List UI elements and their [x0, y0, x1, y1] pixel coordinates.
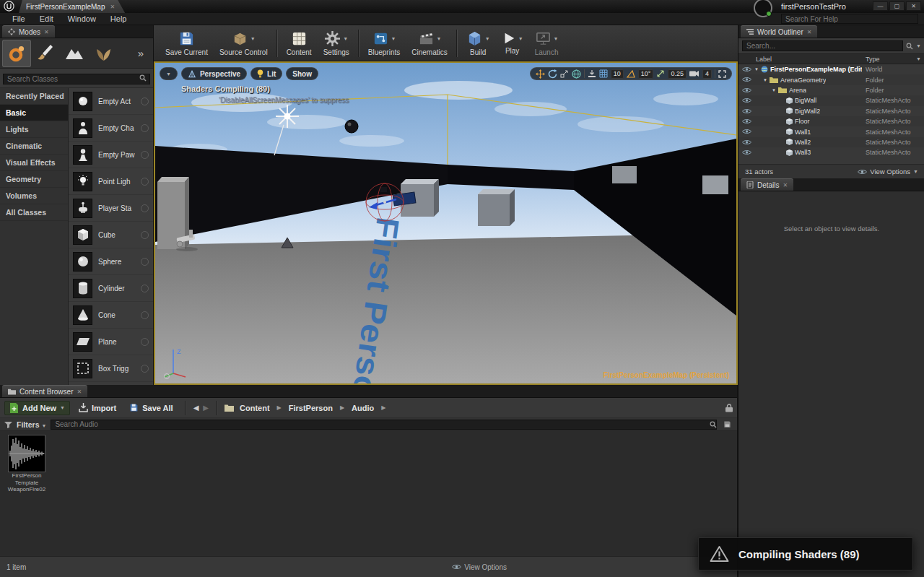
level-tab[interactable]: FirstPersonExampleMap ✕ — [19, 0, 125, 13]
camera-speed-icon[interactable] — [689, 70, 699, 77]
viewport-scene[interactable]: First Person — [155, 63, 736, 383]
place-item-player-start[interactable]: Player Sta — [69, 195, 153, 222]
tab-details[interactable]: Details ✕ — [741, 178, 793, 191]
outliner-row-bigwall2[interactable]: BigWall2 StaticMeshActo — [738, 106, 924, 116]
outliner-row-wall3[interactable]: Wall3 StaticMeshActo — [738, 147, 924, 157]
rotate-tool-icon[interactable] — [548, 69, 557, 79]
cinematics-button[interactable]: ▼ Cinematics — [406, 27, 453, 60]
tab-content-browser[interactable]: Content Browser ✕ — [2, 385, 87, 397]
lock-icon[interactable] — [725, 404, 733, 412]
save-current-button[interactable]: Save Current — [160, 27, 214, 60]
outliner-row-wall1[interactable]: Wall1 StaticMeshActo — [738, 126, 924, 136]
outliner-view-options-button[interactable]: View Options ▼ — [858, 168, 918, 175]
outliner-row-floor[interactable]: Floor StaticMeshActo — [738, 116, 924, 126]
place-item-plane[interactable]: Plane — [69, 329, 153, 355]
expand-icon[interactable]: ▼ — [772, 88, 776, 92]
account-status-icon[interactable] — [754, 0, 772, 17]
category-recently-placed[interactable]: Recently Placed — [0, 88, 68, 105]
outliner-row-wall2[interactable]: Wall2 StaticMeshActo — [738, 137, 924, 147]
mode-paint-button[interactable] — [31, 40, 60, 67]
outliner-row-bigwall[interactable]: BigWall StaticMeshActo — [738, 95, 924, 105]
compiling-shaders-toast[interactable]: Compiling Shaders (89) — [698, 537, 913, 571]
tab-world-outliner[interactable]: World Outliner ✕ — [741, 25, 817, 38]
grid-snap-value[interactable]: 10 — [611, 69, 624, 79]
filters-button[interactable]: Filters ▼ — [17, 420, 46, 429]
expand-icon[interactable]: ▼ — [754, 67, 759, 71]
menu-help[interactable]: Help — [104, 14, 134, 23]
asset-grid[interactable]: FirstPerson Template WeaponFire02 — [0, 431, 737, 557]
maximize-icon[interactable]: ▢ — [889, 1, 905, 11]
category-basic[interactable]: Basic — [0, 105, 68, 121]
add-new-button[interactable]: Add New▼ — [4, 401, 70, 415]
category-cinematic[interactable]: Cinematic — [0, 138, 68, 155]
build-button[interactable]: ▼ Build — [461, 27, 496, 60]
play-button[interactable]: ▼ Play — [496, 27, 529, 60]
place-item-cylinder[interactable]: Cylinder — [69, 275, 153, 302]
menu-file[interactable]: File — [6, 14, 32, 23]
translate-tool-icon[interactable] — [536, 69, 545, 79]
category-all-classes[interactable]: All Classes — [0, 204, 68, 221]
sphere-sprite[interactable] — [345, 120, 358, 133]
tab-modes[interactable]: Modes ✕ — [2, 25, 55, 38]
mode-place-button[interactable] — [2, 40, 31, 67]
outliner-row-arena[interactable]: ▼Arena Folder — [738, 85, 924, 95]
category-visual-effects[interactable]: Visual Effects — [0, 155, 68, 171]
close-icon[interactable]: ✕ — [110, 4, 115, 10]
close-icon[interactable]: ✕ — [807, 29, 812, 35]
breadcrumb-content[interactable]: Content — [238, 404, 271, 412]
outliner-column-header[interactable]: Label Type ▼ — [738, 53, 924, 64]
show-menu-button[interactable]: Show — [286, 67, 318, 80]
rotation-snap-value[interactable]: 10° — [638, 69, 654, 79]
perspective-button[interactable]: Perspective — [181, 67, 247, 80]
settings-button[interactable]: ▼ Settings — [318, 27, 355, 60]
close-icon[interactable]: ✕ — [44, 29, 49, 35]
eye-icon[interactable] — [742, 149, 751, 155]
place-item-empty-character[interactable]: Empty Cha — [69, 115, 153, 142]
viewport[interactable]: First Person — [154, 61, 738, 385]
scale-snap-icon[interactable] — [656, 69, 665, 78]
place-item-cube[interactable]: Cube — [69, 222, 153, 248]
place-item-empty-pawn[interactable]: Empty Paw — [69, 142, 153, 168]
breadcrumb-firstperson[interactable]: FirstPerson — [287, 404, 334, 412]
outliner-row-world[interactable]: ▼FirstPersonExampleMap (Edit World — [738, 64, 924, 74]
surface-snap-icon[interactable] — [588, 69, 596, 78]
scale-snap-value[interactable]: 0.25 — [668, 69, 687, 79]
eye-icon[interactable] — [742, 108, 751, 114]
outliner-row-arenageometry[interactable]: ▼ArenaGeometry Folder — [738, 74, 924, 84]
eye-icon[interactable] — [742, 66, 751, 72]
eye-icon[interactable] — [742, 118, 751, 124]
rotation-snap-icon[interactable] — [627, 70, 635, 78]
place-item-cone[interactable]: Cone — [69, 302, 153, 329]
menu-edit[interactable]: Edit — [33, 14, 60, 23]
close-icon[interactable]: ✕ — [783, 182, 788, 188]
scale-tool-icon[interactable] — [560, 69, 569, 78]
launch-button[interactable]: ▼ Launch — [529, 27, 565, 60]
eye-icon[interactable] — [742, 129, 751, 134]
category-volumes[interactable]: Volumes — [0, 188, 68, 204]
mode-landscape-button[interactable] — [60, 40, 89, 67]
save-all-button[interactable]: Save All — [125, 402, 177, 414]
cb-view-options-button[interactable]: View Options — [452, 563, 731, 571]
search-audio-input[interactable] — [51, 420, 717, 430]
place-item-empty-actor[interactable]: Empty Act — [69, 88, 153, 115]
floor[interactable] — [155, 233, 736, 383]
mode-foliage-button[interactable] — [89, 40, 118, 67]
place-item-box-trigger[interactable]: Box Trigg — [69, 355, 153, 382]
back-button[interactable]: ◀ — [193, 404, 199, 412]
place-item-point-light[interactable]: Point Ligh — [69, 168, 153, 195]
category-lights[interactable]: Lights — [0, 121, 68, 138]
filter-icon[interactable]: ▼ — [916, 56, 921, 61]
eye-icon[interactable] — [742, 87, 751, 93]
viewport-options-button[interactable]: ▼ — [160, 67, 178, 80]
expand-icon[interactable]: ▼ — [763, 78, 767, 82]
blueprints-button[interactable]: ▼ Blueprints — [362, 27, 406, 60]
world-coordinate-icon[interactable] — [572, 69, 581, 79]
help-search-input[interactable] — [781, 14, 918, 24]
save-search-icon[interactable] — [723, 420, 731, 428]
lit-mode-button[interactable]: Lit — [250, 67, 282, 80]
close-icon[interactable]: ✕ — [906, 1, 921, 11]
maximize-viewport-icon[interactable] — [718, 70, 726, 78]
close-icon[interactable]: ✕ — [77, 389, 82, 395]
eye-icon[interactable] — [742, 139, 751, 145]
asset-tile-weaponfire[interactable]: FirstPerson Template WeaponFire02 — [4, 435, 49, 493]
